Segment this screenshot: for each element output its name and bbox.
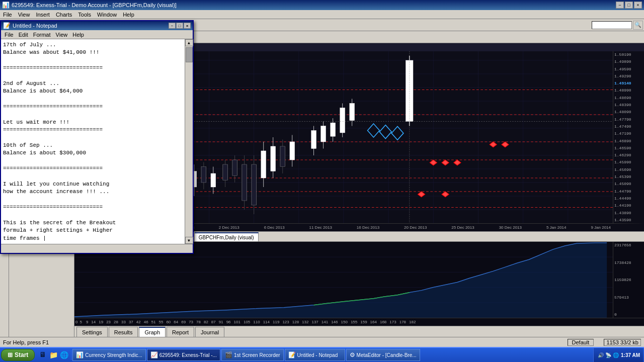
svg-marker-92: [74, 243, 607, 318]
search-btn[interactable]: 🔍: [633, 21, 643, 30]
mt4-minimize-btn[interactable]: −: [616, 2, 624, 9]
status-help: For Help, press F1: [3, 339, 557, 345]
scroll-thumb[interactable]: [186, 47, 193, 62]
tab-gbpchf-daily-2[interactable]: GBPCHFm,Daily (visual): [194, 232, 259, 241]
notepad-title-bar: 📝 Untitled - Notepad − □ ×: [1, 21, 193, 30]
taskbar-item-notepad[interactable]: 📝 Untitled - Notepad: [285, 349, 345, 361]
menu-charts[interactable]: Charts: [53, 11, 75, 19]
svg-rect-73: [290, 142, 295, 160]
status-bar: For Help, press F1 Default 1153 33/2 kb: [0, 337, 644, 347]
svg-rect-59: [223, 164, 228, 180]
notepad-menu-edit[interactable]: Edit: [16, 31, 31, 39]
notepad-title: Untitled - Notepad: [13, 23, 57, 29]
notepad-menu-file[interactable]: File: [2, 31, 16, 39]
svg-rect-83: [350, 104, 355, 121]
taskbar-item-recorder[interactable]: 🎬 1st Screen Recorder: [221, 349, 284, 361]
menu-window[interactable]: Window: [94, 11, 120, 19]
menu-help[interactable]: Help: [120, 11, 137, 19]
svg-rect-55: [201, 167, 206, 183]
menu-view[interactable]: View: [15, 11, 33, 19]
svg-rect-65: [252, 164, 257, 205]
mt4-maximize-btn[interactable]: □: [625, 2, 633, 9]
equity-price-scale: 2317656 1738428 1159826 579413 0: [613, 242, 644, 318]
quicklaunch-icon-2[interactable]: 📁: [48, 350, 58, 360]
mt4-menu-bar: File View Insert Charts Tools Window Hel…: [0, 10, 644, 19]
svg-rect-67: [261, 151, 266, 178]
quicklaunch-icon-3[interactable]: 🌐: [59, 350, 69, 360]
svg-rect-77: [321, 126, 326, 142]
tab-settings[interactable]: Settings: [76, 327, 108, 337]
taskbar-item-currency[interactable]: 📊 Currency Strength Indic...: [72, 349, 145, 361]
start-label: Start: [15, 351, 28, 358]
svg-rect-75: [311, 131, 316, 149]
start-icon: ⊞: [8, 351, 13, 358]
mt4-close-btn[interactable]: ×: [634, 2, 642, 9]
status-memory: 1153 33/2 kb: [604, 339, 641, 346]
mt4-app-icon: 📊: [2, 2, 10, 9]
notepad-menu: File Edit Format View Help: [1, 30, 193, 39]
tab-journal[interactable]: Journal: [195, 327, 224, 337]
svg-rect-81: [340, 108, 345, 133]
notepad-window: 📝 Untitled - Notepad − □ × File Edit For…: [0, 20, 194, 254]
svg-rect-63: [242, 164, 247, 201]
price-scale: 1.50190 1.49890 1.49590 1.49290 1.49140 …: [613, 51, 644, 223]
bottom-tabs-bar: Settings Results Graph Report Journal: [74, 326, 644, 337]
menu-insert[interactable]: Insert: [33, 11, 53, 19]
notepad-maximize[interactable]: □: [176, 23, 183, 29]
tab-results[interactable]: Results: [109, 327, 138, 337]
system-time: 1:37 AM: [621, 352, 640, 358]
taskbar-item-metaeditor[interactable]: ⚙ MetaEditor - [Candle-Bre...: [346, 349, 420, 361]
mt4-title: 6295549: Exness-Trial - Demo Account - […: [12, 2, 177, 8]
notepad-menu-view[interactable]: View: [53, 31, 70, 39]
start-button[interactable]: ⊞ Start: [1, 349, 35, 361]
svg-rect-79: [331, 123, 336, 136]
notepad-content[interactable]: 17th of July ... Balance was about $41,0…: [1, 39, 185, 244]
svg-rect-71: [280, 146, 285, 167]
svg-rect-61: [232, 160, 237, 176]
notepad-close[interactable]: ×: [184, 23, 191, 29]
x-axis: 0 5 9 14 19 23 28 33 37 42 46 51 55 60: [74, 318, 644, 326]
search-input[interactable]: [592, 21, 632, 29]
status-mode: Default: [568, 339, 594, 346]
notepad-icon: 📝: [3, 22, 11, 29]
mt4-title-bar: 📊 6295549: Exness-Trial - Demo Account -…: [0, 0, 644, 10]
scroll-up-btn[interactable]: ▲: [185, 39, 193, 46]
taskbar-item-mt4[interactable]: 📈 6295549: Exness-Trial -...: [147, 349, 220, 361]
quicklaunch-icon-1[interactable]: 🖥: [38, 350, 48, 360]
tray-icons: 🔊 📡 🌐: [598, 352, 619, 358]
notepad-menu-format[interactable]: Format: [31, 31, 53, 39]
tab-graph[interactable]: Graph: [139, 327, 166, 337]
notepad-minimize[interactable]: −: [169, 23, 176, 29]
svg-rect-69: [271, 146, 276, 171]
menu-file[interactable]: File: [0, 11, 15, 19]
notepad-scrollbar[interactable]: ▲ ▼: [185, 39, 193, 244]
menu-tools[interactable]: Tools: [75, 11, 94, 19]
notepad-status: [1, 244, 193, 253]
scroll-down-btn[interactable]: ▼: [185, 237, 193, 244]
notepad-menu-help[interactable]: Help: [70, 31, 87, 39]
tab-report[interactable]: Report: [167, 327, 194, 337]
svg-rect-57: [211, 173, 216, 187]
